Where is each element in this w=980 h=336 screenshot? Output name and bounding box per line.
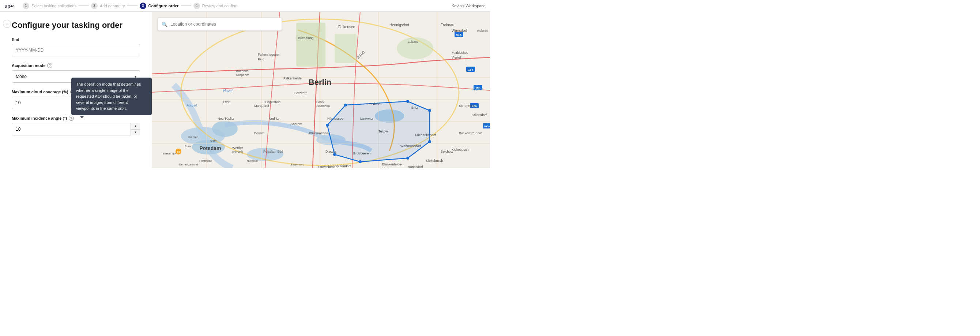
svg-text:Märkisches: Märkisches bbox=[452, 51, 468, 54]
svg-text:Kiekebusch: Kiekebusch bbox=[452, 148, 469, 152]
svg-text:Flottstelle: Flottstelle bbox=[199, 159, 212, 163]
svg-text:Golm: Golm bbox=[210, 139, 217, 142]
svg-text:Zern: Zern bbox=[185, 145, 191, 148]
end-label: End bbox=[12, 37, 140, 42]
max-incidence-angle-group: Maximum incidence angle (°) ? ▲ ▼ bbox=[12, 116, 140, 135]
svg-text:Friedenau: Friedenau bbox=[368, 102, 382, 106]
svg-text:Schönefeld: Schönefeld bbox=[459, 104, 476, 107]
svg-text:Marquardt: Marquardt bbox=[254, 104, 269, 107]
svg-text:Kemnitzerland: Kemnitzerland bbox=[179, 163, 198, 166]
step-1[interactable]: 1 Select tasking collections bbox=[23, 3, 76, 9]
svg-text:Feld: Feld bbox=[258, 58, 264, 61]
svg-text:Kleinmachnow: Kleinmachnow bbox=[309, 131, 331, 135]
map-search-container: 🔍 bbox=[158, 18, 282, 31]
step-1-label: Select tasking collections bbox=[32, 4, 76, 8]
svg-point-91 bbox=[333, 153, 336, 156]
step-2-label: Add geometry bbox=[100, 4, 125, 8]
page-title: Configure your tasking order bbox=[12, 21, 140, 30]
svg-text:Etzin: Etzin bbox=[223, 100, 231, 104]
max-incidence-angle-help-icon[interactable]: ? bbox=[69, 116, 74, 121]
step-4: 4 Review and confirm bbox=[193, 3, 238, 9]
svg-text:Lübars: Lübars bbox=[408, 40, 418, 43]
svg-text:114: 114 bbox=[468, 68, 473, 71]
svg-text:Groß: Groß bbox=[316, 100, 324, 104]
end-input[interactable] bbox=[12, 44, 140, 56]
map-search-inner: 🔍 bbox=[158, 18, 282, 31]
main-layout: ‹ Configure your tasking order End The o… bbox=[0, 12, 490, 168]
svg-text:Falkenherde: Falkenherde bbox=[283, 77, 302, 80]
step-divider-2 bbox=[127, 5, 137, 6]
max-incidence-angle-input-wrapper: ▲ ▼ bbox=[12, 123, 140, 135]
max-incidence-angle-increment[interactable]: ▲ bbox=[131, 123, 140, 130]
svg-point-85 bbox=[344, 104, 347, 107]
map-panel[interactable]: Berlin Potsdam Wansdorf Hennigsdorf Froh… bbox=[152, 12, 490, 168]
svg-text:Blankenfelde-: Blankenfelde- bbox=[382, 163, 402, 166]
svg-text:Saarmund: Saarmund bbox=[291, 163, 304, 166]
svg-text:Sputendorf: Sputendorf bbox=[334, 164, 351, 168]
svg-text:Nuthetal: Nuthetal bbox=[247, 159, 258, 163]
svg-text:Brieselang: Brieselang bbox=[298, 36, 314, 40]
logo: up42 bbox=[5, 3, 14, 9]
step-2[interactable]: 2 Add geometry bbox=[91, 3, 125, 9]
svg-point-90 bbox=[359, 160, 362, 163]
search-icon: 🔍 bbox=[162, 22, 167, 27]
map-search-input[interactable] bbox=[170, 22, 278, 27]
svg-text:Spree: Spree bbox=[474, 87, 484, 91]
stepper: 1 Select tasking collections 2 Add geome… bbox=[23, 3, 485, 9]
svg-text:Sacrow: Sacrow bbox=[291, 122, 302, 126]
svg-text:Kolonie: Kolonie bbox=[477, 29, 488, 33]
svg-text:Satzkorn: Satzkorn bbox=[294, 91, 307, 95]
step-3-label: Configure order bbox=[148, 4, 179, 8]
svg-text:10: 10 bbox=[177, 150, 180, 154]
svg-text:Falkenhagener: Falkenhagener bbox=[258, 53, 280, 56]
svg-text:Neu Töplitz: Neu Töplitz bbox=[218, 117, 234, 120]
end-field-group: End bbox=[12, 37, 140, 56]
svg-text:Mahlow: Mahlow bbox=[382, 167, 394, 168]
svg-text:Bliesendorf: Bliesendorf bbox=[163, 152, 178, 155]
svg-text:Engelsfeld: Engelsfeld bbox=[265, 100, 280, 104]
svg-text:Potsdam Süd: Potsdam Süd bbox=[263, 150, 283, 154]
workspace-label: Kevin's Workspace bbox=[452, 4, 485, 8]
acquisition-mode-tooltip: The operation mode that determines wheth… bbox=[71, 78, 152, 115]
map-background: Berlin Potsdam Wansdorf Hennigsdorf Froh… bbox=[152, 12, 490, 168]
svg-text:Berlin: Berlin bbox=[309, 78, 331, 87]
svg-text:Viertel: Viertel bbox=[452, 56, 461, 59]
max-incidence-angle-spinners: ▲ ▼ bbox=[130, 123, 140, 135]
svg-text:Falkensee: Falkensee bbox=[338, 25, 355, 29]
max-incidence-angle-label: Maximum incidence angle (°) ? bbox=[12, 116, 140, 121]
svg-point-4 bbox=[212, 121, 238, 137]
svg-text:100N: 100N bbox=[484, 125, 490, 128]
step-4-number: 4 bbox=[193, 3, 200, 9]
svg-rect-18 bbox=[334, 34, 356, 63]
svg-text:Potsdam: Potsdam bbox=[199, 145, 221, 151]
svg-text:Kiekebusch: Kiekebusch bbox=[426, 159, 443, 163]
back-button[interactable]: ‹ bbox=[3, 20, 11, 28]
svg-text:96A: 96A bbox=[457, 33, 462, 37]
svg-point-89 bbox=[406, 157, 409, 160]
svg-text:Bornim: Bornim bbox=[254, 131, 265, 135]
max-incidence-angle-input[interactable] bbox=[12, 123, 140, 135]
step-divider-3 bbox=[181, 5, 191, 6]
svg-point-87 bbox=[428, 109, 431, 112]
step-1-number: 1 bbox=[23, 3, 29, 9]
svg-text:Nedlitz: Nedlitz bbox=[269, 117, 279, 120]
step-3[interactable]: 3 Configure order bbox=[140, 3, 179, 9]
svg-text:(Havel): (Havel) bbox=[232, 150, 243, 154]
step-4-label: Review and confirm bbox=[202, 4, 238, 8]
svg-text:Stuveshede: Stuveshede bbox=[318, 165, 336, 168]
logo-superscript: 42 bbox=[10, 4, 14, 8]
max-incidence-angle-decrement[interactable]: ▼ bbox=[131, 130, 140, 136]
svg-text:Frohnau: Frohnau bbox=[441, 23, 454, 27]
svg-text:Rangsdorf: Rangsdorf bbox=[408, 165, 423, 168]
svg-point-88 bbox=[428, 140, 431, 143]
svg-text:Glienicke: Glienicke bbox=[316, 104, 330, 108]
svg-point-86 bbox=[406, 100, 409, 103]
step-2-number: 2 bbox=[91, 3, 98, 9]
svg-text:Havel: Havel bbox=[186, 103, 197, 107]
tooltip-text: The operation mode that determines wheth… bbox=[76, 82, 141, 110]
svg-text:Werder: Werder bbox=[232, 146, 243, 150]
step-divider-1 bbox=[79, 5, 89, 6]
svg-marker-84 bbox=[327, 101, 430, 162]
acquisition-mode-help-icon[interactable]: ? bbox=[47, 63, 52, 68]
config-panel: ‹ Configure your tasking order End The o… bbox=[0, 12, 152, 168]
